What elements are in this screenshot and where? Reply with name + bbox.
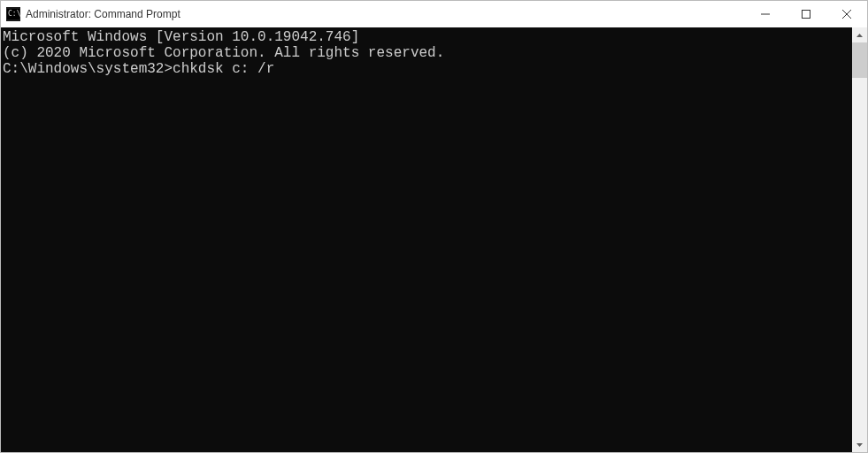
close-icon (842, 10, 851, 19)
chevron-up-icon (856, 34, 863, 37)
window-controls (745, 1, 867, 27)
svg-rect-4 (803, 11, 810, 19)
scroll-thumb[interactable] (852, 42, 867, 78)
cmd-icon: C:\ (6, 7, 20, 21)
minimize-icon (761, 10, 770, 19)
terminal-command-input[interactable]: chkdsk c: /r (173, 61, 274, 77)
svg-text:C:\: C:\ (8, 10, 20, 18)
scroll-up-button[interactable] (852, 27, 867, 42)
window-title: Administrator: Command Prompt (26, 8, 745, 20)
chevron-down-icon (856, 443, 863, 447)
terminal-prompt: C:\Windows\system32> (3, 61, 173, 77)
minimize-button[interactable] (745, 1, 786, 27)
maximize-button[interactable] (786, 1, 826, 27)
command-prompt-window: C:\ Administrator: Command Prompt (0, 0, 868, 453)
terminal-line-copyright: (c) 2020 Microsoft Corporation. All righ… (3, 45, 852, 61)
maximize-icon (802, 10, 810, 19)
close-button[interactable] (826, 1, 867, 27)
terminal-container: Microsoft Windows [Version 10.0.19042.74… (1, 27, 867, 452)
terminal-prompt-line: C:\Windows\system32>chkdsk c: /r (3, 61, 852, 77)
scroll-track[interactable] (852, 42, 867, 437)
terminal-output[interactable]: Microsoft Windows [Version 10.0.19042.74… (1, 27, 852, 452)
terminal-line-version: Microsoft Windows [Version 10.0.19042.74… (3, 29, 852, 45)
scroll-down-button[interactable] (852, 437, 867, 452)
vertical-scrollbar[interactable] (852, 27, 867, 452)
titlebar[interactable]: C:\ Administrator: Command Prompt (1, 1, 867, 27)
